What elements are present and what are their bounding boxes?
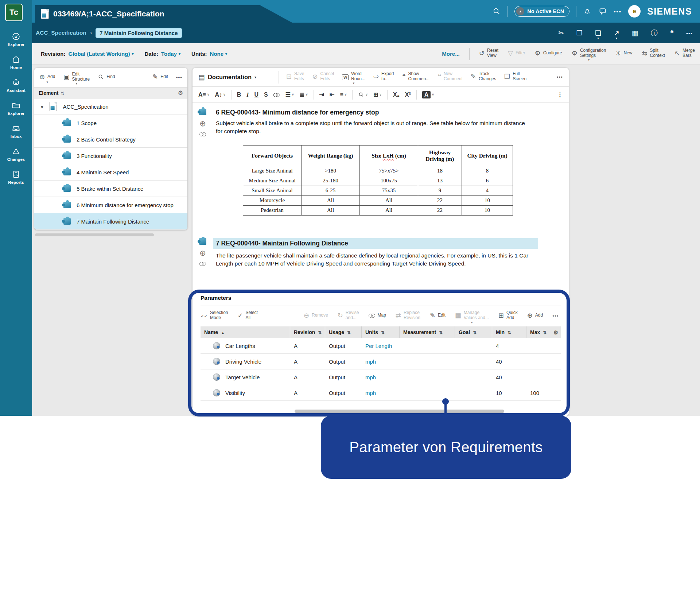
documentation-view-dropdown[interactable]: Documentation (198, 74, 271, 81)
parameters-column-header[interactable]: Min (492, 326, 526, 338)
revision-dropdown[interactable]: Global (Latest Working) (69, 51, 134, 57)
doc-toolbar-button-export-to[interactable]: Export to... (373, 71, 394, 83)
format-button-italic[interactable]: I (246, 92, 249, 98)
active-ecn-pill[interactable]: No Active ECN (514, 6, 569, 17)
parameters-column-header[interactable]: Name (201, 326, 290, 338)
ribbon-button-merge-bars[interactable]: Merge Bars (674, 48, 695, 60)
format-button-numbered-list[interactable]: ≣ (300, 91, 308, 98)
header-action-layout[interactable] (632, 30, 638, 36)
parameters-column-header[interactable]: Usage (325, 326, 362, 338)
parameter-row-Target Vehicle[interactable]: Target Vehicle A Output mph 40 (201, 369, 561, 385)
ribbon-button-new[interactable]: New (615, 50, 632, 58)
format-button-strikethrough[interactable]: S (264, 92, 268, 98)
format-button-sep5[interactable] (416, 90, 417, 100)
tree-item[interactable]: 1 Scope (34, 115, 187, 131)
parameter-row-Car Lengths[interactable]: Car Lengths A Output Per Length 4 (201, 338, 561, 354)
format-button-find-replace[interactable] (358, 92, 368, 98)
requirement-heading-selected[interactable]: 7 REQ-000440- Maintain Following Distanc… (213, 238, 538, 249)
sort-icon[interactable] (439, 329, 443, 335)
sidebar-item-changes[interactable]: Changes (0, 143, 32, 166)
doc-toolbar-button-save-edits[interactable]: Save Edits (286, 71, 304, 83)
parameter-units[interactable]: mph (362, 359, 400, 365)
doc-toolbar-button-track-changes[interactable]: Track Changes (471, 71, 496, 83)
parameter-units[interactable]: mph (362, 374, 400, 380)
format-button-insert-table[interactable]: ⊞ (373, 91, 382, 98)
parameters-toolbar-button-selection-mode[interactable]: Selection Mode (201, 310, 228, 322)
format-button-font-color[interactable]: A (422, 91, 434, 98)
format-button-outdent[interactable]: ⇤ (330, 91, 334, 98)
sort-icon[interactable] (221, 329, 225, 335)
format-button-align[interactable]: ≡ (340, 92, 347, 98)
more-options-icon[interactable]: ••• (614, 8, 622, 15)
format-button-sep3[interactable] (352, 90, 353, 100)
format-button-link[interactable] (273, 92, 280, 97)
format-button-bullet-list[interactable]: ☰ (285, 91, 294, 98)
header-action-cut[interactable] (558, 30, 564, 36)
sidebar-item-explorer-top[interactable]: Explorer (0, 28, 32, 51)
parameters-toolbar-button-more[interactable] (552, 312, 559, 320)
format-button-bold[interactable]: B (237, 92, 241, 98)
parameters-toolbar-button-manage-values[interactable]: Manage Values and... (455, 310, 489, 322)
parameters-toolbar-button-map[interactable]: Map (369, 313, 386, 319)
format-button-sep4[interactable] (387, 90, 388, 100)
format-button-font-size[interactable]: A↕ (215, 92, 225, 98)
parameter-row-Visibility[interactable]: Visibility A Output mph 10 100 (201, 385, 561, 401)
tree-item[interactable]: 5 Brake within Set Distance (34, 181, 187, 197)
tree-toolbar-button-spacer[interactable] (123, 77, 145, 78)
parameter-row-Driving Vehicle[interactable]: Driving Vehicle A Output mph 40 (201, 354, 561, 369)
parameters-toolbar-button-quick-add[interactable]: Quick Add (498, 310, 518, 322)
tree-item[interactable]: 3 Functionality (34, 148, 187, 164)
format-button-overflow[interactable]: ⋮ (557, 91, 563, 98)
help-icon[interactable] (598, 7, 607, 16)
parameters-column-header[interactable]: Revision (290, 326, 325, 338)
sidebar-item-explorer[interactable]: Explorer (0, 97, 32, 120)
more-link[interactable]: More... (442, 51, 459, 57)
sort-icon[interactable] (508, 329, 511, 335)
format-button-underline[interactable]: U (254, 92, 258, 98)
parameters-toolbar-button-add[interactable]: Add (527, 312, 543, 320)
format-button-subscript[interactable]: X₂ (393, 92, 400, 98)
parameters-toolbar-button-replace-revision[interactable]: Replace Revision (396, 310, 420, 322)
tree-root-row[interactable]: ACC_Specification (34, 98, 187, 115)
header-action-copy[interactable] (576, 30, 583, 36)
units-dropdown[interactable]: None (210, 51, 228, 57)
parameters-column-header[interactable]: Goal (455, 326, 492, 338)
parameters-column-header[interactable]: Units (362, 326, 400, 338)
sidebar-item-inbox[interactable]: Inbox (0, 120, 32, 143)
ribbon-button-configure[interactable]: Configure (535, 50, 562, 58)
format-button-paragraph-style[interactable]: A≡ (198, 92, 209, 98)
tree-item[interactable]: 6 Minimum distance for emergency stop (34, 197, 187, 213)
tree-toolbar-button-find[interactable]: Find (98, 74, 115, 81)
sidebar-item-reports[interactable]: Reports (0, 166, 32, 189)
tree-toolbar-button-add[interactable]: Add (39, 74, 55, 82)
doc-toolbar-button-more[interactable] (557, 73, 563, 81)
link-icon[interactable] (199, 261, 206, 266)
tree-toolbar-button-more[interactable] (176, 74, 182, 82)
tree-toolbar-button-edit[interactable]: Edit (152, 74, 168, 82)
sort-icon[interactable] (543, 329, 547, 335)
breadcrumb-root[interactable]: ACC_Specification (36, 30, 86, 36)
search-icon[interactable] (492, 7, 501, 16)
sort-icon[interactable] (318, 329, 322, 335)
doc-toolbar-button-show-comments[interactable]: Show Commen... (402, 71, 429, 83)
format-button-sep2[interactable] (314, 90, 314, 100)
add-circle-icon[interactable] (199, 249, 206, 257)
parameters-toolbar-button-select-all[interactable]: Select All (237, 310, 257, 322)
requirement-heading[interactable]: 6 REQ-000443- Minimum distance for emerg… (216, 109, 547, 116)
notifications-bell-icon[interactable] (583, 7, 592, 16)
gear-icon[interactable] (178, 90, 183, 96)
column-settings[interactable] (550, 326, 561, 338)
sort-icon[interactable] (61, 90, 64, 96)
tree-column-header[interactable]: Element (34, 88, 187, 98)
tree-toolbar-button-edit-structure[interactable]: Edit Structure (63, 72, 90, 84)
parameters-toolbar-button-gap1[interactable] (267, 315, 294, 317)
sidebar-item-assistant[interactable]: Assistant (0, 74, 32, 97)
parameters-column-header[interactable]: Measurement (400, 326, 455, 338)
parameters-toolbar-button-remove[interactable]: Remove (304, 312, 328, 320)
sort-icon[interactable] (381, 329, 385, 335)
header-action-more[interactable] (686, 30, 693, 36)
tree-item[interactable]: 2 Basic Control Strategy (34, 131, 187, 148)
parameters-toolbar-button-edit[interactable]: Edit (430, 312, 446, 320)
tree-horizontal-scrollbar[interactable] (35, 233, 154, 236)
doc-toolbar-button-new-comment[interactable]: New Comment (438, 71, 463, 83)
